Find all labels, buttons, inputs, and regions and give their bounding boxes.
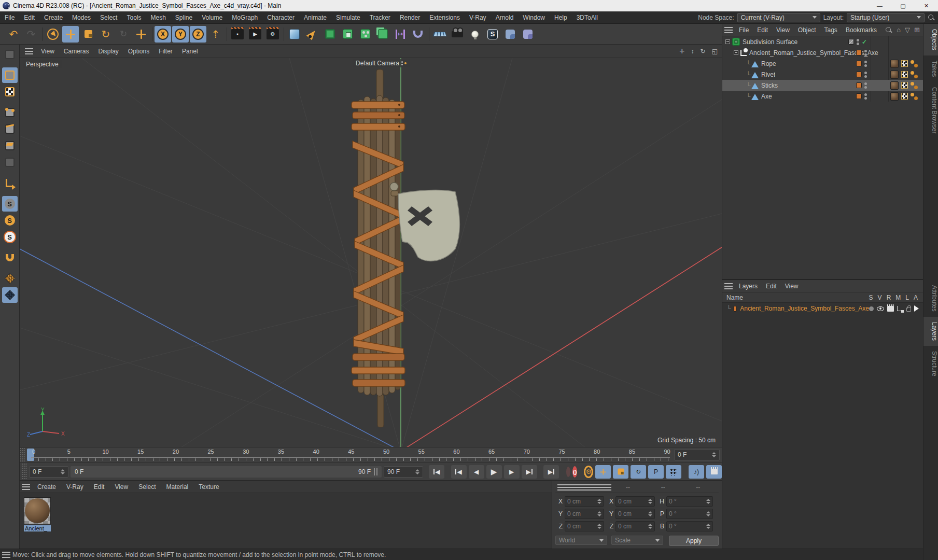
layers-menu-layers[interactable]: Layers bbox=[735, 283, 762, 290]
material-menu-create[interactable]: Create bbox=[32, 483, 61, 491]
menu-3dtoall[interactable]: 3DToAll bbox=[572, 11, 603, 24]
tree-row-rope[interactable]: └ Rope bbox=[722, 58, 923, 69]
add-object-icon[interactable]: ⊞ bbox=[914, 26, 920, 34]
menu-extensions[interactable]: Extensions bbox=[425, 11, 465, 24]
lock-icon[interactable] bbox=[906, 307, 911, 312]
material-menu-v-ray[interactable]: V-Ray bbox=[61, 483, 89, 491]
viewport-camera-label[interactable]: Default Camera bbox=[353, 59, 410, 67]
menu-v-ray[interactable]: V-Ray bbox=[465, 11, 491, 24]
size-x-field[interactable]: 0 cm bbox=[615, 496, 655, 507]
menu-tools[interactable]: Tools bbox=[122, 11, 146, 24]
record-scale-button[interactable] bbox=[613, 465, 628, 479]
coordinates-menu-icon[interactable] bbox=[557, 484, 611, 491]
coordinate-system-button[interactable]: ⇡ bbox=[207, 26, 224, 43]
record-parameter-button[interactable]: P bbox=[648, 465, 664, 479]
om-menu-view[interactable]: View bbox=[772, 26, 794, 34]
layers-menu-view[interactable]: View bbox=[781, 283, 803, 290]
menu-mograph[interactable]: MoGraph bbox=[227, 11, 262, 24]
light-button[interactable] bbox=[467, 26, 483, 43]
make-editable-button[interactable] bbox=[2, 47, 18, 62]
snap-modes-button[interactable]: S bbox=[2, 213, 18, 228]
layer-swatch[interactable] bbox=[856, 50, 862, 55]
om-menu-tags[interactable]: Tags bbox=[820, 26, 842, 34]
deformers-button[interactable] bbox=[410, 26, 426, 43]
close-button[interactable]: ✕ bbox=[915, 0, 938, 11]
material-menu-view[interactable]: View bbox=[109, 483, 133, 491]
viewport-menu-panel[interactable]: Panel bbox=[177, 48, 203, 55]
menu-create[interactable]: Create bbox=[39, 11, 67, 24]
texture-mode-button[interactable] bbox=[2, 84, 18, 100]
layer-color-swatch[interactable] bbox=[733, 306, 737, 312]
layer-swatch[interactable] bbox=[856, 82, 862, 88]
enable-dots[interactable] bbox=[864, 50, 867, 56]
mograph-cloner-button[interactable] bbox=[357, 26, 373, 43]
viewport-menu-icon[interactable] bbox=[25, 48, 33, 54]
viewport-view-label[interactable]: Perspective bbox=[23, 60, 62, 68]
point-level-animation-button[interactable] bbox=[666, 465, 681, 479]
menu-edit[interactable]: Edit bbox=[19, 11, 39, 24]
tree-row-fasces-axe[interactable]: Ancient_Roman_Justice_Symbol_Fasces_Axe bbox=[722, 47, 923, 58]
enable-dots[interactable] bbox=[864, 72, 867, 78]
viewport-menu-options[interactable]: Options bbox=[123, 48, 154, 55]
primitive-cube-button[interactable] bbox=[286, 26, 303, 43]
tree-row-rivet[interactable]: └ Rivet bbox=[722, 69, 923, 80]
previous-key-button[interactable]: ◀ bbox=[451, 465, 467, 479]
record-keyframe-button[interactable] bbox=[566, 467, 570, 477]
render-preview-button[interactable] bbox=[706, 465, 722, 479]
start-frame-field[interactable]: 0 F bbox=[29, 466, 68, 478]
rotate-tool-button[interactable]: ↻ bbox=[97, 26, 114, 43]
viewport-menu-view[interactable]: View bbox=[36, 48, 59, 55]
search-commander-icon[interactable] bbox=[928, 14, 935, 21]
scale-mode-select[interactable]: Scale bbox=[611, 536, 663, 545]
next-key-button[interactable]: ▶ bbox=[522, 465, 537, 479]
path-up-icon[interactable]: ⌂ bbox=[897, 26, 901, 34]
menu-mesh[interactable]: Mesh bbox=[146, 11, 170, 24]
size-z-field[interactable]: 0 cm bbox=[615, 521, 655, 531]
model-mode-button[interactable] bbox=[2, 67, 18, 83]
enable-dots[interactable] bbox=[864, 93, 867, 100]
render-settings-button[interactable]: ⚙ bbox=[264, 26, 281, 43]
rotation-b-field[interactable]: 0 ° bbox=[666, 521, 713, 531]
previous-frame-button[interactable]: ◀ bbox=[469, 465, 484, 479]
workplane-button[interactable] bbox=[2, 271, 18, 286]
status-menu-icon[interactable] bbox=[2, 552, 10, 558]
phong-tag[interactable] bbox=[911, 71, 918, 78]
tree-row-sticks[interactable]: └ Sticks bbox=[722, 80, 923, 91]
fields-button[interactable]: ↦ bbox=[392, 26, 409, 43]
floor-environment-button[interactable] bbox=[431, 26, 448, 43]
frame-range-slider[interactable]: 0 F 90 F bbox=[71, 466, 382, 478]
search-icon[interactable] bbox=[885, 26, 892, 34]
position-z-field[interactable]: 0 cm bbox=[565, 521, 604, 531]
menu-volume[interactable]: Volume bbox=[197, 11, 227, 24]
phong-tag[interactable] bbox=[911, 60, 918, 67]
tweak-mode-button[interactable] bbox=[2, 155, 18, 170]
material-name[interactable]: Ancient_ bbox=[24, 525, 51, 531]
autokey-button[interactable]: ⚙ bbox=[584, 466, 593, 478]
point-mode-button[interactable] bbox=[2, 105, 18, 120]
range-handle[interactable] bbox=[374, 468, 377, 475]
goto-end-button[interactable]: ▶ bbox=[543, 465, 559, 479]
om-menu-bookmarks[interactable]: Bookmarks bbox=[842, 26, 881, 34]
rotation-p-field[interactable]: 0 ° bbox=[666, 509, 713, 519]
material-menu-material[interactable]: Material bbox=[161, 483, 194, 491]
position-y-field[interactable]: 0 cm bbox=[565, 509, 604, 519]
snap-settings-button[interactable]: S bbox=[2, 229, 18, 245]
viewport-menu-cameras[interactable]: Cameras bbox=[59, 48, 94, 55]
material-menu-edit[interactable]: Edit bbox=[89, 483, 110, 491]
menu-spline[interactable]: Spline bbox=[171, 11, 197, 24]
workplane-mode-button[interactable] bbox=[2, 287, 18, 303]
ruler-grip[interactable] bbox=[20, 447, 25, 463]
camera-button[interactable] bbox=[449, 26, 466, 43]
move-tool-button[interactable] bbox=[62, 26, 79, 43]
end-frame-spinner[interactable] bbox=[415, 469, 419, 474]
position-x-field[interactable]: 0 cm bbox=[565, 496, 604, 507]
expander-icon[interactable] bbox=[734, 50, 738, 55]
play-button[interactable]: ▶ bbox=[486, 465, 502, 479]
timeline-ruler[interactable]: 051015202530354045505560657075808590 0 F bbox=[20, 447, 722, 463]
goto-start-button[interactable]: ◀ bbox=[429, 465, 444, 479]
viewport-rotate-icon[interactable]: ↻ bbox=[701, 48, 706, 55]
record-rotation-button[interactable]: ↻ bbox=[631, 465, 646, 479]
python-button[interactable] bbox=[502, 26, 519, 43]
layer-swatch[interactable] bbox=[856, 72, 862, 77]
om-menu-edit[interactable]: Edit bbox=[753, 26, 772, 34]
